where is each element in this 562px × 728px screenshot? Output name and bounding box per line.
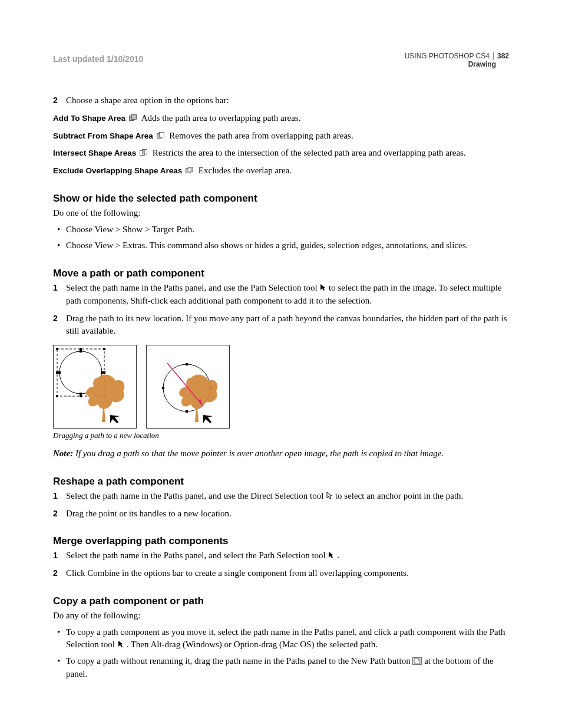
list-item: Choose View > Extras. This command also … [66,239,509,252]
header-right: USING PHOTOSHOP CS4 382 Drawing [405,52,509,68]
list-item: 2 Click Combine in the options bar to cr… [53,567,509,580]
step-text: Drag the point or its handles to a new l… [66,508,232,521]
exclude-shape-icon [186,165,194,172]
note-label: Note: [53,449,73,458]
svg-rect-21 [80,393,82,395]
step-number: 2 [53,567,66,580]
bullet-list: Choose View > Show > Target Path. Choose… [53,223,509,253]
svg-rect-14 [56,371,58,374]
svg-rect-11 [56,348,58,350]
definition-line: Intersect Shape Areas Restricts the area… [53,147,509,160]
last-updated: Last updated 1/10/2010 [53,54,143,64]
document-page: Last updated 1/10/2010 USING PHOTOSHOP C… [0,0,562,728]
definition-line: Subtract From Shape Area Removes the pat… [53,130,509,143]
lead-text: Do one of the following: [53,207,509,220]
text-fragment: Select the path name in the Paths panel,… [66,491,326,500]
text-fragment: Select the path name in the Paths panel,… [66,283,319,292]
definition-label: Intersect Shape Areas [53,149,136,157]
step-number: 2 [53,94,66,107]
svg-rect-22 [58,371,61,374]
svg-rect-1 [131,114,136,119]
svg-rect-12 [80,348,82,350]
svg-rect-15 [103,371,105,374]
svg-rect-27 [162,387,164,389]
step-text: Select the path name in the Paths panel,… [66,549,339,562]
definition-line: Add To Shape Area Adds the path area to … [53,112,509,125]
step-number: 2 [53,508,66,521]
list-item: 2 Drag the point or its handles to a new… [53,508,509,521]
text-fragment: to select an anchor point in the path. [333,491,463,500]
list-item: Choose View > Show > Target Path. [66,223,509,236]
step-text: Drag the path to its new location. If yo… [66,312,509,338]
heading-merge: Merge overlapping path components [53,535,509,547]
svg-rect-9 [189,169,191,172]
note-text: If you drag a path so that the move poin… [73,449,444,458]
step-number: 1 [53,490,66,503]
subtract-shape-icon [157,130,165,137]
list-item: 1 Select the path name in the Paths pane… [53,282,509,308]
svg-rect-6 [143,151,145,154]
add-shape-icon [129,113,137,120]
list-item: 1 Select the path name in the Paths pane… [53,549,509,562]
list-item: To copy a path component as you move it,… [66,626,509,652]
definition-desc: Removes the path area from overlapping p… [169,131,353,140]
list-item: 2 Drag the path to its new location. If … [53,312,509,338]
svg-rect-23 [101,371,103,374]
step-text: Click Combine in the options bar to crea… [66,567,409,580]
list-item: 1 Select the path name in the Paths pane… [53,490,509,503]
svg-rect-13 [103,348,105,350]
heading-copy: Copy a path component or path [53,595,509,607]
product-name: USING PHOTOSHOP CS4 [405,52,490,60]
svg-rect-20 [80,350,82,353]
figure-caption: Dragging a path to a new location [53,431,509,440]
definition-label: Exclude Overlapping Shape Areas [53,166,182,175]
svg-rect-25 [186,363,188,365]
text-fragment: . [335,551,339,560]
list-item: To copy a path without renaming it, drag… [66,655,509,681]
header-divider [493,52,494,60]
note: Note: If you drag a path so that the mov… [53,447,509,460]
svg-rect-16 [56,395,58,397]
new-path-button-icon [412,656,422,664]
svg-rect-26 [186,410,188,413]
bullet-list: To copy a path component as you move it,… [53,626,509,681]
step-text: Select the path name in the Paths panel,… [66,490,463,503]
page-number: 382 [497,52,509,60]
definition-desc: Restricts the area to the intersection o… [153,148,466,157]
text-fragment: To copy a path without renaming it, drag… [66,656,412,666]
definition-label: Subtract From Shape Area [53,131,153,140]
text-fragment: . Then Alt-drag (Windows) or Option-drag… [124,640,378,649]
intersect-shape-icon [140,147,148,154]
list-item: 2 Choose a shape area option in the opti… [53,94,509,107]
definition-desc: Excludes the overlap area. [199,166,292,175]
content: 2 Choose a shape area option in the opti… [53,94,509,681]
step-number: 1 [53,282,66,308]
path-selection-tool-icon [328,551,335,559]
definition-label: Add To Shape Area [53,114,125,123]
step-text: Select the path name in the Paths panel,… [66,282,509,308]
text-fragment: Select the path name in the Paths panel,… [66,551,328,560]
figure-panel-1 [53,345,137,429]
svg-rect-17 [80,395,82,397]
figure-panel-2 [146,345,230,429]
step-number: 1 [53,549,66,562]
step-number: 2 [53,312,66,338]
step-text: Choose a shape area option in the option… [66,94,229,107]
direct-selection-tool-icon [326,491,333,499]
lead-text: Do any of the following: [53,610,509,622]
svg-rect-3 [159,132,164,137]
figure [53,345,509,429]
definition-desc: Adds the path area to overlapping path a… [141,113,301,123]
heading-reshape: Reshape a path component [53,476,509,487]
heading-show-hide: Show or hide the selected path component [53,193,509,205]
path-selection-tool-icon [117,640,124,648]
path-selection-tool-icon [319,283,326,291]
definition-line: Exclude Overlapping Shape Areas Excludes… [53,164,509,177]
section-name: Drawing [405,60,509,68]
heading-move: Move a path or path component [53,268,509,279]
